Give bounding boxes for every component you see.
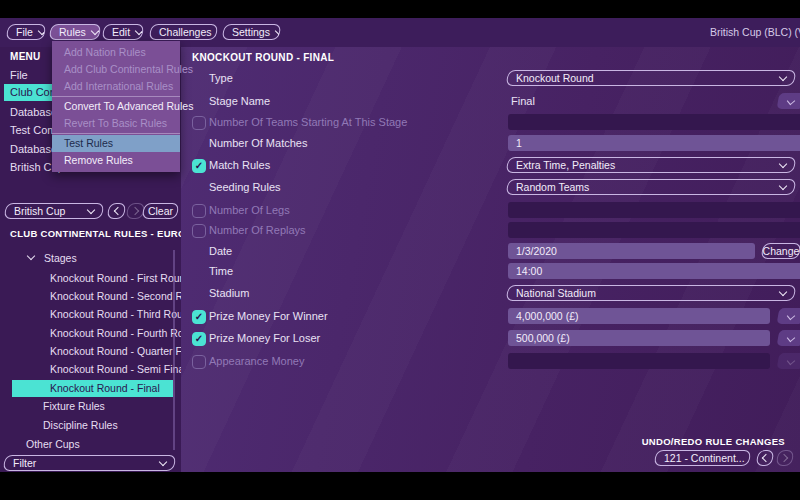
tree-item-stages[interactable]: Stages xyxy=(44,250,77,267)
menu-item-add-club-continental-rules[interactable]: Add Club Continental Rules xyxy=(52,61,180,78)
appearance-money-dropdown-button[interactable] xyxy=(777,353,800,369)
menu-settings[interactable]: Settings xyxy=(222,24,282,40)
menu-file-label: File xyxy=(16,26,33,38)
number-of-teams-input[interactable] xyxy=(508,114,800,130)
date-input[interactable]: 1/3/2020 xyxy=(508,243,755,259)
prize-winner-input[interactable]: 4,000,000 (£) xyxy=(508,308,770,324)
change-date-button[interactable]: Change xyxy=(761,243,800,259)
row-label-time: Time xyxy=(209,263,233,279)
row-label-number-of-replays: Number Of Replays xyxy=(209,222,306,238)
redo-icon xyxy=(780,454,788,462)
chevron-down-icon xyxy=(779,159,787,167)
appearance-money-checkbox[interactable] xyxy=(192,355,206,369)
chevron-down-icon xyxy=(91,26,99,34)
screen: File Rules Edit Challenges Settings Brit… xyxy=(0,0,800,500)
tree-item-other-cups[interactable]: Other Cups xyxy=(26,436,80,453)
menu-item-add-nation-rules[interactable]: Add Nation Rules xyxy=(52,44,180,61)
undo-redo-title: UNDO/REDO RULE CHANGES xyxy=(642,436,785,447)
number-of-matches-input[interactable]: 1 xyxy=(508,135,800,151)
chevron-down-icon xyxy=(779,181,787,189)
tree-item-fixture-rules[interactable]: Fixture Rules xyxy=(43,398,105,415)
prize-winner-checkbox[interactable] xyxy=(192,310,206,324)
chevron-down-icon xyxy=(135,26,142,34)
row-label-stadium: Stadium xyxy=(209,285,249,301)
row-label-number-of-legs: Number Of Legs xyxy=(209,202,290,218)
undo-button[interactable] xyxy=(756,450,775,466)
menu-challenges-label: Challenges xyxy=(159,26,212,38)
row-label-number-of-matches: Number Of Matches xyxy=(209,135,307,151)
prize-loser-input[interactable]: 500,000 (£) xyxy=(508,330,770,346)
menu-item-test-rules[interactable]: Test Rules xyxy=(52,135,180,152)
tree-item[interactable]: Knockout Round - Semi Final xyxy=(50,361,187,378)
menu-edit[interactable]: Edit xyxy=(102,24,145,40)
stage-name-value[interactable]: Final xyxy=(511,93,535,109)
sidebar-item-file[interactable]: File xyxy=(10,66,28,84)
match-rules-value: Extra Time, Penalties xyxy=(516,159,615,171)
match-rules-checkbox[interactable] xyxy=(192,159,206,173)
chevron-down-icon xyxy=(779,287,787,295)
menu-item-remove-rules[interactable]: Remove Rules xyxy=(52,152,180,169)
appearance-money-input[interactable] xyxy=(508,353,770,369)
tree-scrollbar[interactable] xyxy=(173,250,175,450)
rules-dropdown-menu: Add Nation Rules Add Club Continental Ru… xyxy=(52,41,180,172)
tree-item[interactable]: Knockout Round - First Round xyxy=(50,270,191,287)
menu-challenges[interactable]: Challenges xyxy=(149,24,219,40)
input-value: 4,000,000 (£) xyxy=(516,310,578,322)
row-label-stage-name: Stage Name xyxy=(209,93,270,109)
clear-button-label: Clear xyxy=(148,205,173,217)
chevron-down-icon xyxy=(787,334,795,342)
forward-icon xyxy=(130,207,138,215)
number-of-legs-input[interactable] xyxy=(508,202,800,218)
menu-edit-label: Edit xyxy=(112,26,130,38)
competition-dropdown-value: British Cup xyxy=(14,205,65,217)
menu-separator xyxy=(52,96,180,97)
number-of-replays-input[interactable] xyxy=(508,222,800,238)
prize-loser-checkbox[interactable] xyxy=(192,332,206,346)
menu-item-revert-to-basic-rules[interactable]: Revert To Basic Rules xyxy=(52,115,180,132)
filter-dropdown[interactable]: Filter xyxy=(3,455,177,471)
chevron-down-icon xyxy=(38,26,44,34)
tree-item[interactable]: Knockout Round - Quarter Final xyxy=(50,343,198,360)
tree-item[interactable]: Knockout Round - Fourth Round xyxy=(50,325,201,342)
input-value: 500,000 (£) xyxy=(516,332,570,344)
number-of-teams-checkbox[interactable] xyxy=(192,116,206,130)
row-label-date: Date xyxy=(209,243,232,259)
number-of-replays-checkbox[interactable] xyxy=(192,224,206,238)
clear-button[interactable]: Clear xyxy=(142,203,180,219)
chevron-down-icon xyxy=(787,97,795,105)
tree-item-discipline-rules[interactable]: Discipline Rules xyxy=(43,417,118,434)
number-of-legs-checkbox[interactable] xyxy=(192,204,206,218)
back-button[interactable] xyxy=(107,203,127,219)
input-value: 14:00 xyxy=(516,265,542,277)
stage-name-dropdown-button[interactable] xyxy=(777,93,800,109)
editor-window: File Rules Edit Challenges Settings Brit… xyxy=(0,18,800,472)
stadium-value: National Stadium xyxy=(516,287,596,299)
menu-rules[interactable]: Rules xyxy=(49,24,102,40)
competition-dropdown[interactable]: British Cup xyxy=(4,203,105,219)
time-input[interactable]: 14:00 xyxy=(508,263,800,279)
seeding-rules-value: Random Teams xyxy=(516,181,589,193)
sidebar-item-database[interactable]: Database xyxy=(10,140,57,158)
tree-expand-icon[interactable] xyxy=(27,252,35,260)
match-rules-dropdown[interactable]: Extra Time, Penalties xyxy=(506,157,797,173)
tree-item-selected[interactable]: Knockout Round - Final xyxy=(12,380,173,397)
menu-item-convert-to-advanced-rules[interactable]: Convert To Advanced Rules xyxy=(52,98,180,115)
menu-item-add-international-rules[interactable]: Add International Rules xyxy=(52,78,180,95)
seeding-rules-dropdown[interactable]: Random Teams xyxy=(506,179,797,195)
row-label-seeding-rules: Seeding Rules xyxy=(209,179,281,195)
prize-winner-dropdown-button[interactable] xyxy=(777,308,800,324)
stadium-dropdown[interactable]: National Stadium xyxy=(506,285,797,301)
chevron-down-icon xyxy=(159,457,167,465)
main-panel: KNOCKOUT ROUND - FINAL Type Knockout Rou… xyxy=(181,47,800,472)
undo-redo-dropdown[interactable]: 121 - Continent... xyxy=(654,450,752,466)
menu-file[interactable]: File xyxy=(6,24,47,40)
row-label-match-rules: Match Rules xyxy=(209,157,270,173)
redo-button[interactable] xyxy=(776,450,795,466)
prize-loser-dropdown-button[interactable] xyxy=(777,330,800,346)
type-dropdown[interactable]: Knockout Round xyxy=(506,70,797,86)
chevron-down-icon xyxy=(87,205,95,213)
type-value: Knockout Round xyxy=(516,72,594,84)
menu-separator xyxy=(52,133,180,134)
rules-section-title: CLUB CONTINENTAL RULES - EUROPE xyxy=(10,228,199,239)
back-icon xyxy=(113,207,121,215)
